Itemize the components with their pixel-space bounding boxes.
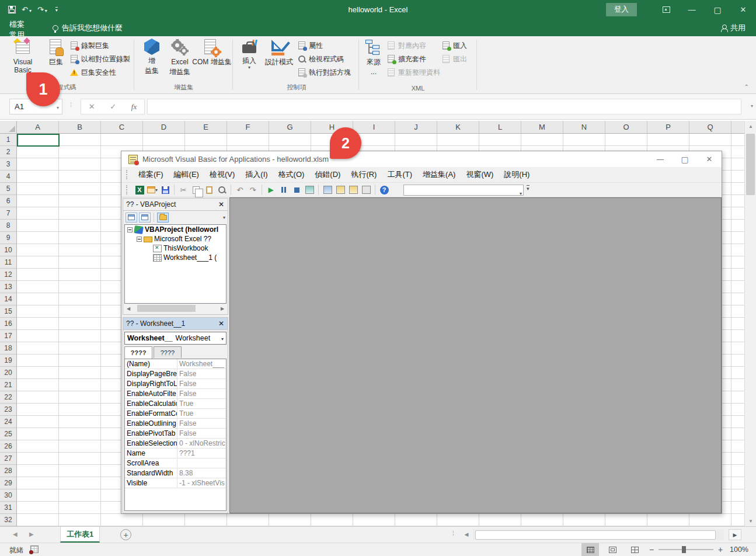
row-header[interactable]: 18 [0, 342, 16, 355]
excel-addins-button[interactable]: Excel 增益集 [166, 39, 194, 76]
row-header[interactable]: 29 [0, 477, 16, 489]
com-addins-button[interactable]: COM 增益集 [194, 39, 230, 66]
property-row[interactable]: EnableCalculatio True [125, 399, 226, 409]
insert-userform-button[interactable] [146, 184, 159, 196]
copy-button[interactable] [190, 184, 203, 196]
project-tree-item[interactable]: Microsoft Excel ?? [125, 234, 226, 244]
property-row[interactable]: StandardWidth 8.38 [125, 468, 226, 478]
vba-maximize-button[interactable] [673, 152, 697, 167]
column-header[interactable]: M [521, 121, 563, 133]
tell-me-box[interactable]: 告訴我您想做什麼 [53, 19, 123, 36]
cut-button[interactable] [177, 184, 190, 196]
project-explorer-title[interactable]: ?? - VBAProject ✕ [123, 199, 228, 211]
vba-menu-item[interactable]: 增益集(A) [417, 168, 461, 182]
row-header[interactable]: 5 [0, 183, 16, 195]
redo-button[interactable] [37, 5, 47, 14]
vba-minimize-button[interactable] [648, 152, 673, 167]
chevron-down-icon[interactable] [223, 215, 225, 220]
design-mode-button[interactable]: 設計模式 [263, 39, 295, 66]
run-button[interactable] [264, 184, 277, 196]
column-header[interactable]: A [17, 121, 59, 133]
splitter-handle[interactable] [452, 530, 454, 537]
zoom-percentage[interactable]: 100% [730, 545, 748, 554]
scroll-up-icon[interactable]: ▲ [745, 121, 756, 131]
macro-security-button[interactable]: 巨集安全性 [70, 66, 116, 79]
properties-window-button[interactable] [334, 184, 347, 196]
vba-menu-item[interactable]: 說明(H) [499, 168, 535, 182]
normal-view-button[interactable] [581, 543, 599, 556]
column-header[interactable]: E [185, 121, 227, 133]
ribbon-display-options-button[interactable] [653, 0, 679, 19]
cancel-icon[interactable] [89, 102, 95, 111]
vba-menu-item[interactable]: 檔案(F) [133, 168, 169, 182]
page-layout-view-button[interactable] [604, 543, 621, 556]
row-header[interactable]: 10 [0, 244, 16, 256]
enter-icon[interactable] [110, 102, 116, 111]
row-header[interactable]: 20 [0, 367, 16, 379]
vba-menu-item[interactable]: 執行(R) [346, 168, 382, 182]
row-header[interactable]: 14 [0, 293, 16, 305]
vba-menu-item[interactable]: 格式(O) [273, 168, 310, 182]
column-header[interactable]: O [605, 121, 647, 133]
row-header[interactable]: 15 [0, 305, 16, 318]
vba-save-button[interactable] [159, 184, 172, 196]
property-row[interactable]: EnableFormatCo True [125, 409, 226, 419]
expand-formula-bar-icon[interactable] [751, 102, 753, 109]
vba-menu-item[interactable]: 檢視(V) [204, 168, 240, 182]
scroll-left-icon[interactable]: ◀ [461, 529, 472, 540]
row-header[interactable]: 9 [0, 232, 16, 244]
horizontal-scrollbar[interactable] [473, 529, 724, 540]
sheet-next-icon[interactable]: ▶ [29, 531, 34, 537]
vba-titlebar[interactable]: Microsoft Visual Basic for Applications … [121, 151, 722, 167]
properties-button[interactable]: 屬性 [298, 39, 323, 52]
macros-button[interactable]: 巨集 [44, 39, 68, 66]
row-header[interactable]: 26 [0, 440, 16, 453]
row-header[interactable]: 23 [0, 404, 16, 416]
tree-expander-icon[interactable] [137, 237, 142, 242]
close-icon[interactable]: ✕ [216, 319, 227, 328]
toolbar-combobox[interactable] [403, 185, 524, 196]
column-header[interactable]: D [143, 121, 185, 133]
column-header[interactable]: J [395, 121, 437, 133]
column-header[interactable]: N [563, 121, 605, 133]
row-header[interactable]: 27 [0, 453, 16, 465]
column-header[interactable]: Q [689, 121, 731, 133]
save-icon[interactable] [8, 6, 16, 13]
maximize-button[interactable] [705, 0, 730, 19]
vertical-scroll-thumb[interactable] [746, 134, 755, 195]
vba-menu-item[interactable]: 編輯(E) [169, 168, 204, 182]
row-header[interactable]: 7 [0, 207, 16, 220]
project-tree-item[interactable]: VBAProject (helloworl [125, 225, 226, 234]
column-header[interactable]: B [59, 121, 101, 133]
find-button[interactable] [215, 184, 228, 196]
horizontal-scroll-thumb[interactable] [137, 305, 196, 312]
macro-record-icon[interactable] [30, 545, 39, 553]
drag-grip[interactable] [126, 170, 128, 179]
insert-function-icon[interactable] [131, 102, 137, 112]
drag-grip[interactable] [126, 185, 128, 194]
visual-basic-button[interactable]: Visual Basic [5, 39, 41, 74]
select-all-corner[interactable] [0, 121, 17, 134]
column-header[interactable]: G [269, 121, 311, 133]
zoom-slider-thumb[interactable] [682, 546, 686, 553]
record-macro-button[interactable]: 錄製巨集 [70, 39, 109, 52]
vba-menu-item[interactable]: 工具(T) [382, 168, 417, 182]
run-dialog-button[interactable]: 執行對話方塊 [298, 66, 351, 79]
toolbar-options-icon[interactable] [527, 185, 529, 192]
row-header[interactable]: 8 [0, 220, 16, 232]
row-header[interactable]: 24 [0, 416, 16, 428]
row-header[interactable]: 21 [0, 379, 16, 391]
row-header[interactable]: 32 [0, 514, 16, 526]
insert-control-button[interactable]: 插入 [238, 39, 260, 70]
expansion-packs-button[interactable]: 擴充套件 [387, 53, 426, 65]
ribbon-tab[interactable]: 檔案 [0, 19, 49, 30]
properties-tab[interactable]: ???? [154, 346, 182, 358]
view-code-button[interactable]: 檢視程式碼 [298, 53, 344, 65]
horizontal-scroll-thumb[interactable] [475, 530, 716, 540]
source-button[interactable]: 來源 ... [363, 39, 385, 76]
row-header[interactable]: 2 [0, 146, 16, 158]
relative-references-button[interactable]: 以相對位置錄製 [70, 53, 130, 65]
column-header[interactable]: L [479, 121, 521, 133]
row-header[interactable]: 4 [0, 171, 16, 183]
project-horizontal-scrollbar[interactable]: ◀ ▶ [124, 304, 227, 313]
